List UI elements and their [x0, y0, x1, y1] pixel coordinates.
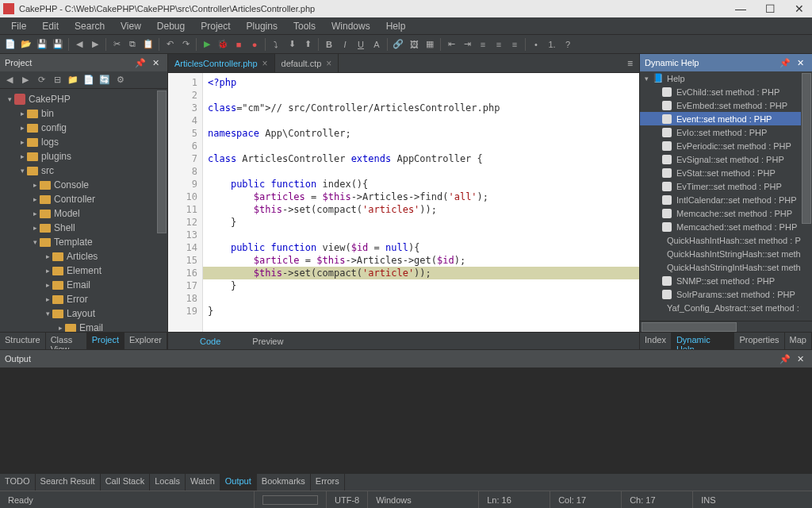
- help-vscrollbar[interactable]: [801, 71, 812, 321]
- chevron-down-icon[interactable]: ▾: [5, 95, 14, 103]
- chevron-right-icon[interactable]: ▸: [43, 295, 52, 303]
- back-icon[interactable]: ◀: [3, 74, 16, 87]
- undo-icon[interactable]: ↶: [163, 37, 177, 52]
- indent-left-icon[interactable]: ⇤: [444, 37, 458, 52]
- tree-item-template[interactable]: ▾Template: [0, 235, 167, 249]
- help-item[interactable]: EvPeriodic::set method : PHP: [640, 139, 812, 152]
- link-icon[interactable]: 🔗: [391, 37, 405, 52]
- stop-icon[interactable]: ■: [232, 37, 246, 52]
- tab-todo[interactable]: TODO: [0, 474, 36, 491]
- project-tree[interactable]: ▾CakePHP ▸bin▸config▸logs▸plugins▾src▸Co…: [0, 89, 167, 332]
- save-icon[interactable]: 💾: [35, 37, 49, 52]
- output-body[interactable]: [0, 368, 812, 473]
- help-root[interactable]: ▾📘Help: [640, 71, 812, 85]
- chevron-right-icon[interactable]: ▸: [30, 181, 40, 189]
- image-icon[interactable]: 🖼: [407, 37, 421, 52]
- tab-search-result[interactable]: Search Result: [36, 474, 101, 491]
- bold-icon[interactable]: B: [322, 37, 336, 52]
- open-icon[interactable]: 📂: [19, 37, 33, 52]
- chevron-right-icon[interactable]: ▸: [30, 224, 40, 232]
- help-item[interactable]: SNMP::set method : PHP: [640, 274, 812, 287]
- editor-tab[interactable]: default.ctp×: [275, 54, 339, 72]
- menu-view[interactable]: View: [113, 19, 149, 33]
- close-icon[interactable]: ✕: [149, 58, 163, 68]
- help-item[interactable]: QuickHashStringIntHash::set method : PHP: [640, 260, 812, 274]
- status-platform[interactable]: Windows: [367, 491, 478, 508]
- table-icon[interactable]: ▦: [423, 37, 437, 52]
- help-item[interactable]: EvStat::set method : PHP: [640, 166, 812, 179]
- tree-item-controller[interactable]: ▸Controller: [0, 192, 167, 206]
- menu-edit[interactable]: Edit: [34, 19, 67, 33]
- tab-preview[interactable]: Preview: [252, 337, 283, 346]
- tab-watch[interactable]: Watch: [186, 474, 220, 491]
- redo-icon[interactable]: ↷: [178, 37, 193, 52]
- tab-menu-icon[interactable]: ≡: [621, 58, 639, 69]
- tree-item-model[interactable]: ▸Model: [0, 206, 167, 221]
- help-item[interactable]: IntlCalendar::set method : PHP: [640, 193, 812, 206]
- tab-project[interactable]: Project: [87, 333, 124, 349]
- nav-fwd-icon[interactable]: ▶: [88, 37, 102, 52]
- chevron-right-icon[interactable]: ▸: [17, 124, 27, 132]
- list-ul-icon[interactable]: •: [529, 37, 543, 52]
- help-item[interactable]: QuickHashIntHash::set method : PHP: [640, 233, 812, 247]
- chevron-right-icon[interactable]: ▸: [30, 195, 40, 203]
- tab-map[interactable]: Map: [785, 333, 812, 349]
- chevron-down-icon[interactable]: ▾: [43, 310, 52, 318]
- chevron-right-icon[interactable]: ▸: [17, 152, 27, 160]
- tree-item-src[interactable]: ▾src: [0, 164, 167, 178]
- chevron-right-icon[interactable]: ▸: [43, 267, 52, 275]
- copy-icon[interactable]: ⧉: [125, 37, 140, 52]
- minimize-button[interactable]: —: [730, 2, 751, 15]
- maximize-button[interactable]: ☐: [760, 2, 780, 15]
- step-out-icon[interactable]: ⬆: [301, 37, 315, 52]
- new-folder-icon[interactable]: 📁: [67, 74, 79, 87]
- italic-icon[interactable]: I: [338, 37, 352, 52]
- nav-back-icon[interactable]: ◀: [72, 37, 86, 52]
- help-vscroll-thumb[interactable]: [802, 73, 811, 224]
- tab-code[interactable]: Code: [200, 337, 220, 346]
- chevron-right-icon[interactable]: ▸: [17, 110, 27, 117]
- tree-item-cakephp[interactable]: ▾CakePHP: [0, 92, 167, 106]
- tree-item-config[interactable]: ▸config: [0, 121, 167, 135]
- help-item[interactable]: EvSignal::set method : PHP: [640, 152, 812, 166]
- indent-right-icon[interactable]: ⇥: [460, 37, 474, 52]
- code-area[interactable]: <?php class="cm">// src/Controller/Artic…: [203, 73, 639, 332]
- step-over-icon[interactable]: ⤵: [269, 37, 283, 52]
- chevron-right-icon[interactable]: ▸: [30, 210, 40, 217]
- tab-close-icon[interactable]: ×: [262, 58, 268, 69]
- chevron-right-icon[interactable]: ▸: [17, 138, 27, 146]
- run-icon[interactable]: ▶: [200, 37, 214, 52]
- menu-project[interactable]: Project: [193, 19, 238, 33]
- menu-tools[interactable]: Tools: [285, 19, 324, 33]
- cut-icon[interactable]: ✂: [109, 37, 124, 52]
- collapse-icon[interactable]: ⊟: [51, 74, 63, 87]
- help-item[interactable]: Memcached::set method : PHP: [640, 220, 812, 233]
- tab-explorer[interactable]: Explorer: [124, 333, 167, 349]
- pin-icon[interactable]: 📌: [776, 58, 794, 68]
- tab-call-stack[interactable]: Call Stack: [101, 474, 151, 491]
- tab-dynamic-help[interactable]: Dynamic Help: [672, 333, 735, 349]
- editor-tab[interactable]: ArticlesController.php×: [168, 54, 275, 72]
- font-color-icon[interactable]: A: [370, 37, 384, 52]
- menu-search[interactable]: Search: [67, 19, 113, 33]
- paste-icon[interactable]: 📋: [141, 37, 155, 52]
- align-right-icon[interactable]: ≡: [508, 37, 522, 52]
- tab-bookmarks[interactable]: Bookmarks: [257, 474, 311, 491]
- chevron-down-icon[interactable]: ▾: [17, 167, 27, 175]
- list-ol-icon[interactable]: 1.: [545, 37, 559, 52]
- help-item[interactable]: Yaf_Config_Abstract::set method : PHP: [640, 301, 812, 314]
- fwd-icon[interactable]: ▶: [19, 74, 32, 87]
- editor-body[interactable]: 12345678910111213141516171819 <?php clas…: [168, 73, 639, 332]
- sync-icon[interactable]: ⟳: [35, 74, 48, 87]
- pin-icon[interactable]: 📌: [776, 354, 794, 364]
- tree-item-logs[interactable]: ▸logs: [0, 135, 167, 149]
- new-file2-icon[interactable]: 📄: [82, 74, 95, 87]
- chevron-down-icon[interactable]: ▾: [30, 238, 40, 246]
- tree-item-bin[interactable]: ▸bin: [0, 106, 167, 121]
- chevron-right-icon[interactable]: ▸: [43, 252, 52, 260]
- help-item[interactable]: EvIo::set method : PHP: [640, 125, 812, 139]
- tree-item-element[interactable]: ▸Element: [0, 264, 167, 278]
- tree-item-email[interactable]: ▸Email: [0, 321, 167, 332]
- close-icon[interactable]: ✕: [794, 354, 807, 364]
- help-hscrollbar[interactable]: [640, 321, 812, 332]
